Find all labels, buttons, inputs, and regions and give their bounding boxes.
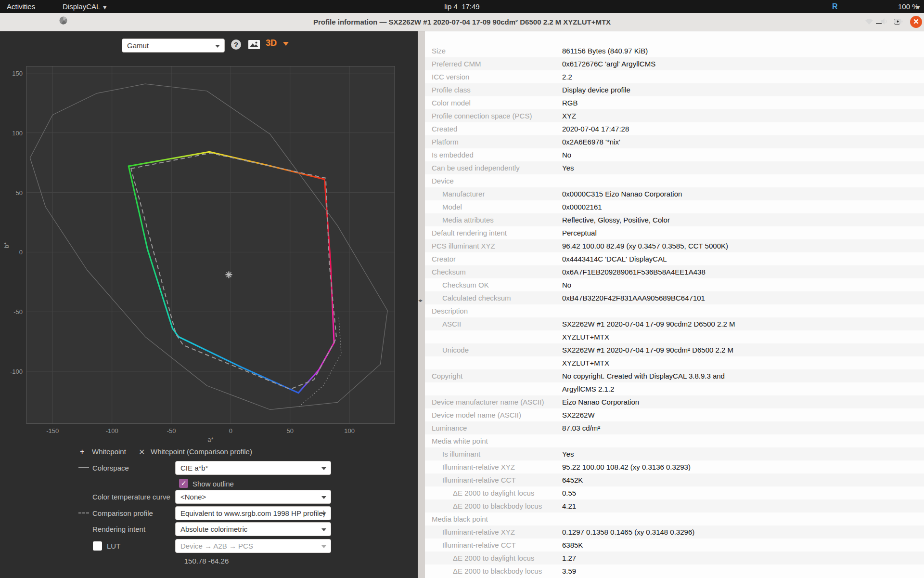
profile-info-row[interactable]: Description (425, 304, 924, 317)
profile-info-row[interactable]: ArgyllCMS 2.1.2 (425, 382, 924, 395)
profile-info-row[interactable]: XYZLUT+MTX (425, 356, 924, 369)
profile-info-row[interactable]: Device manufacturer name (ASCII)Eizo Nan… (425, 395, 924, 408)
profile-info-row[interactable]: Media attributesReflective, Glossy, Posi… (425, 213, 924, 226)
cursor-position-readout: 150.78 -64.26 (175, 557, 238, 565)
profile-info-row[interactable]: Default rendering intentPerceptual (425, 226, 924, 239)
profile-info-row[interactable]: Can be used independentlyYes (425, 161, 924, 174)
profile-info-row[interactable]: ICC version2.2 (425, 70, 924, 83)
lut-direction-value: Device → A2B → PCS (180, 542, 253, 550)
show-outline-label[interactable]: Show outline (192, 477, 234, 491)
info-row-value: SX2262W #1 2020-07-04 17-09 90cdm² D6500… (562, 343, 733, 356)
top-panel: Activities DisplayCAL ▾ lip 4 17:49 R 10… (0, 0, 924, 13)
profile-info-row[interactable]: Preferred CMM0x6172676C 'argl' ArgyllCMS (425, 57, 924, 70)
profile-info-row[interactable]: Calculated checksum0xB47B3220F42F831AAA9… (425, 291, 924, 304)
info-row-value: 0x6172676C 'argl' ArgyllCMS (562, 57, 655, 70)
info-row-label: Illuminant-relative XYZ (442, 525, 515, 539)
profile-info-row[interactable]: ΔE 2000 to blackbody locus3.59 (425, 565, 924, 578)
view-3d-button[interactable]: 3D (266, 38, 277, 48)
gamut-plot[interactable]: -150-100-50050100150100500-50-100a*b* (0, 66, 418, 444)
info-row-value: Reflective, Glossy, Positive, Color (562, 213, 670, 226)
info-row-value: XYZ (562, 109, 576, 122)
splitter-grip-icon: ◂▸ (418, 297, 422, 303)
profile-info-row[interactable]: ΔE 2000 to daylight locus0.55 (425, 486, 924, 499)
window-titlebar[interactable]: Profile information — SX2262W #1 2020-07… (0, 13, 924, 31)
close-button[interactable]: ✕ (910, 13, 923, 31)
chevron-down-icon (321, 496, 326, 499)
profile-info-row[interactable]: Platform0x2A6E6978 '*nix' (425, 135, 924, 148)
color-temperature-curve-select[interactable]: <None> (175, 490, 331, 504)
plot-type-value: Gamut (127, 41, 149, 50)
profile-info-row[interactable]: Profile connection space (PCS)XYZ (425, 109, 924, 122)
help-icon[interactable]: ? (231, 39, 241, 50)
info-row-label: Size (432, 44, 446, 57)
plot-type-select[interactable]: Gamut (122, 39, 225, 53)
profile-info-row[interactable]: Illuminant-relative CCT6385K (425, 539, 924, 552)
clock[interactable]: lip 4 17:49 (0, 0, 924, 13)
profile-info-row[interactable]: Device (425, 174, 924, 187)
colorspace-select[interactable]: CIE a*b* (175, 461, 331, 475)
system-menu-caret-icon[interactable]: ▾ (916, 0, 920, 13)
profile-info-row[interactable]: Model0x00002161 (425, 200, 924, 213)
color-temperature-curve-label: Color temperature curve (92, 490, 170, 504)
info-row-label: PCS illuminant XYZ (432, 239, 495, 252)
lut-direction-select: Device → A2B → PCS (175, 539, 331, 553)
info-row-label: Profile class (432, 83, 471, 96)
rendering-intent-value: Absolute colorimetric (180, 525, 247, 533)
svg-text:100: 100 (12, 130, 23, 137)
profile-info-row[interactable]: Media black point (425, 512, 924, 525)
info-row-value: No (562, 148, 571, 161)
app-indicator-r-icon[interactable]: R (832, 0, 838, 13)
profile-info-row[interactable]: Is illuminantYes (425, 447, 924, 460)
info-row-label: ΔE 2000 to daylight locus (453, 552, 534, 565)
info-row-value: Display device profile (562, 83, 630, 96)
profile-info-row[interactable]: Illuminant-relative CCT6452K (425, 473, 924, 486)
view-3d-caret-icon[interactable] (283, 42, 289, 46)
profile-info-row[interactable]: Manufacturer0x0000C315 Eizo Nanao Corpor… (425, 187, 924, 200)
profile-info-row[interactable]: Is embeddedNo (425, 148, 924, 161)
info-row-label: ASCII (442, 317, 461, 330)
profile-info-row[interactable]: Color modelRGB (425, 96, 924, 109)
info-row-label: Can be used independently (432, 161, 520, 174)
profile-info-row[interactable]: XYZLUT+MTX (425, 330, 924, 343)
profile-info-row[interactable]: Created2020-07-04 17:47:28 (425, 122, 924, 135)
chevron-down-icon (321, 545, 326, 548)
profile-info-row[interactable]: Illuminant-relative XYZ95.22 100.00 108.… (425, 460, 924, 473)
svg-text:-150: -150 (46, 427, 59, 434)
lut-label[interactable]: LUT (107, 539, 120, 553)
profile-info-row[interactable]: Luminance87.03 cd/m² (425, 421, 924, 434)
profile-info-row[interactable]: Creator0x4443414C 'DCAL' DisplayCAL (425, 252, 924, 265)
profile-info-row[interactable]: Size861156 Bytes (840.97 KiB) (425, 44, 924, 57)
show-outline-checkbox[interactable]: ✓ (179, 479, 188, 488)
profile-info-row[interactable]: UnicodeSX2262W #1 2020-07-04 17-09 90cdm… (425, 343, 924, 356)
rendering-intent-select[interactable]: Absolute colorimetric (175, 522, 331, 536)
profile-info-row[interactable]: ΔE 2000 to daylight locus1.27 (425, 552, 924, 565)
battery-percent: 100 % (898, 0, 919, 13)
profile-info-row[interactable]: Media white point (425, 434, 924, 447)
profile-info-row[interactable]: PCS illuminant XYZ96.42 100.00 82.49 (xy… (425, 239, 924, 252)
profile-info-table: Size861156 Bytes (840.97 KiB)Preferred C… (425, 44, 924, 578)
info-row-label: Unicode (442, 343, 469, 356)
info-row-value: No (562, 278, 571, 291)
profile-info-row[interactable]: ΔE 2000 to blackbody locus4.21 (425, 499, 924, 512)
pane-splitter[interactable]: ◂▸ (418, 31, 425, 578)
lut-checkbox[interactable]: ✓ (93, 541, 102, 551)
profile-info-row[interactable]: Profile classDisplay device profile (425, 83, 924, 96)
info-row-value: 6385K (562, 539, 583, 552)
profile-info-row[interactable]: Illuminant-relative XYZ0.1297 0.1358 0.1… (425, 525, 924, 539)
svg-text:-100: -100 (10, 368, 23, 375)
profile-info-row[interactable]: Checksum OKNo (425, 278, 924, 291)
info-row-label: Device model name (ASCII) (432, 408, 521, 421)
info-row-value: 0xB47B3220F42F831AAA905689BC647101 (562, 291, 705, 304)
profile-info-row[interactable]: Checksum0x6A7F1EB209289061F536B58A4EE1A4… (425, 265, 924, 278)
comparison-profile-select[interactable]: Equivalent to www.srgb.com 1998 HP profi… (175, 506, 331, 520)
svg-text:-100: -100 (106, 427, 118, 434)
info-row-label: Illuminant-relative CCT (442, 539, 516, 552)
rendering-intent-label: Rendering intent (92, 522, 145, 536)
info-row-value: SX2262W #1 2020-07-04 17-09 90cdm2 D6500… (562, 317, 735, 330)
info-row-value: Eizo Nanao Corporation (562, 395, 639, 408)
save-image-icon[interactable] (248, 40, 260, 49)
profile-info-row[interactable]: CopyrightNo copyright. Created with Disp… (425, 369, 924, 382)
wifi-icon[interactable] (857, 3, 873, 16)
profile-info-row[interactable]: Device model name (ASCII)SX2262W (425, 408, 924, 421)
profile-info-row[interactable]: ASCIISX2262W #1 2020-07-04 17-09 90cdm2 … (425, 317, 924, 330)
